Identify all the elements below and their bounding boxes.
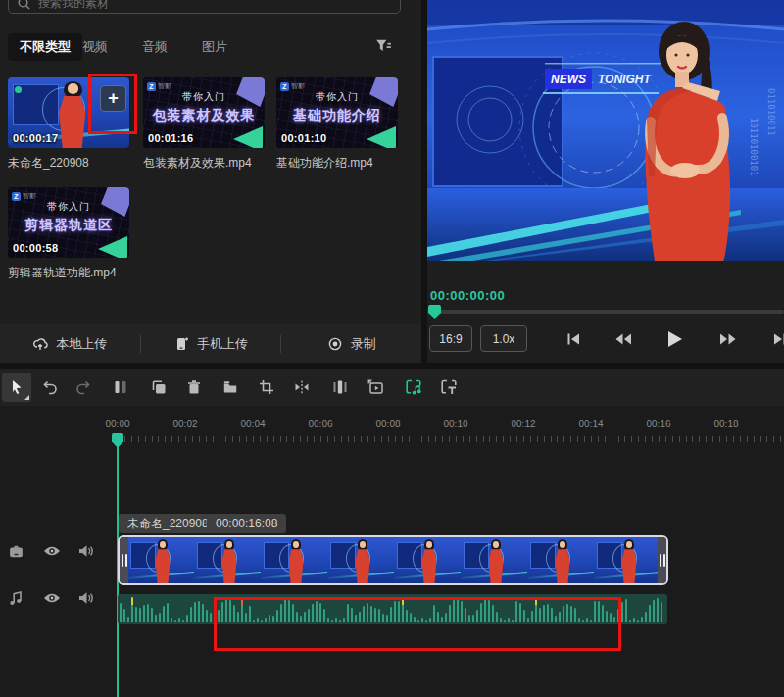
media-name-label: 未命名_220908 xyxy=(8,155,129,172)
waveform-bar xyxy=(135,607,137,622)
export-frame-button[interactable] xyxy=(361,373,390,402)
media-card[interactable]: Z智影带你入门剪辑器轨道区00:00:58剪辑器轨道功能.mp4 xyxy=(8,187,129,281)
waveform-bar xyxy=(300,616,302,622)
video-preview[interactable]: 10110100101 011010011 NEWS TONIGHT xyxy=(427,0,784,261)
media-card[interactable]: Z智影带你入门基础功能介绍00:01:10基础功能介绍.mp4 xyxy=(276,77,398,172)
waveform-bar xyxy=(488,600,490,622)
tab-image[interactable]: 图片 xyxy=(200,33,229,61)
playhead-handle[interactable] xyxy=(112,433,123,448)
music-note-icon[interactable] xyxy=(7,589,24,607)
add-to-timeline-button[interactable]: + xyxy=(100,85,126,112)
delete-button[interactable] xyxy=(179,373,209,402)
waveform-bar xyxy=(417,620,419,622)
preview-panel: 10110100101 011010011 NEWS TONIGHT xyxy=(427,0,784,363)
waveform-bar xyxy=(429,618,431,622)
studio-scene xyxy=(461,537,527,583)
filter-icon[interactable] xyxy=(374,37,394,57)
film-frame xyxy=(394,537,461,583)
crop-button[interactable] xyxy=(252,373,281,402)
edit-toolbar xyxy=(0,369,784,406)
mute-track-icon[interactable] xyxy=(76,589,94,607)
waveform-bar xyxy=(363,606,365,622)
phone-upload-button[interactable]: 手机上传 xyxy=(141,324,281,363)
video-editor-app: 不限类型 视频 音频 图片 +00:00:17未命名_220908Z智影带你入门… xyxy=(0,0,784,697)
tab-audio[interactable]: 音频 xyxy=(140,33,170,61)
mute-track-icon[interactable] xyxy=(76,542,94,560)
waveform-bar xyxy=(398,601,400,622)
svg-text:10110100101: 10110100101 xyxy=(749,118,759,176)
aspect-ratio-button[interactable]: 16:9 xyxy=(429,325,472,352)
trim-handle-right[interactable] xyxy=(658,537,666,583)
video-track-clip[interactable] xyxy=(118,535,668,585)
toggle-visibility-icon[interactable] xyxy=(43,542,61,560)
media-thumbnail[interactable]: Z智影带你入门基础功能介绍00:01:10 xyxy=(276,77,398,148)
duplicate-button[interactable] xyxy=(144,373,173,402)
media-card[interactable]: +00:00:17未命名_220908 xyxy=(8,77,129,172)
record-label: 录制 xyxy=(351,335,376,353)
local-upload-label: 本地上传 xyxy=(56,335,107,353)
media-thumbnail[interactable]: Z智影带你入门剪辑器轨道区00:00:58 xyxy=(8,187,129,258)
media-name-label: 基础功能介绍.mp4 xyxy=(276,155,398,172)
rewind-button[interactable] xyxy=(609,324,638,354)
search-input[interactable] xyxy=(38,0,392,11)
fast-forward-button[interactable] xyxy=(713,324,743,354)
waveform-bar xyxy=(265,618,267,622)
mirror-button[interactable] xyxy=(287,373,317,402)
local-upload-button[interactable]: 本地上传 xyxy=(0,324,140,363)
preview-playhead[interactable] xyxy=(428,305,441,319)
waveform-bar xyxy=(637,620,639,622)
playback-speed-button[interactable]: 1.0x xyxy=(480,325,527,352)
waveform-bar xyxy=(339,620,341,622)
skip-to-end-button[interactable] xyxy=(764,324,784,354)
audio-track-clip[interactable] xyxy=(118,594,667,624)
waveform-bar xyxy=(645,612,647,622)
redo-button[interactable] xyxy=(69,373,98,402)
waveform-bar xyxy=(582,620,584,622)
waveform-bar xyxy=(194,602,196,622)
tutorial-line2: 包装素材及效果 xyxy=(143,107,265,124)
waveform-bar xyxy=(649,605,651,622)
waveform-bar xyxy=(512,620,514,622)
toggle-visibility-icon[interactable] xyxy=(43,589,61,607)
waveform-bar xyxy=(131,597,133,622)
tutorial-line2: 基础功能介绍 xyxy=(276,107,398,124)
waveform-bar xyxy=(406,610,408,622)
waveform-bar xyxy=(535,597,537,622)
media-thumbnail[interactable]: +00:00:17 xyxy=(8,77,129,148)
waveform-bar xyxy=(629,620,631,622)
waveform-bar xyxy=(559,612,561,622)
tab-video[interactable]: 视频 xyxy=(80,33,110,61)
record-icon xyxy=(327,336,343,352)
play-button[interactable] xyxy=(660,324,689,354)
select-tool-button[interactable] xyxy=(2,373,31,402)
search-box[interactable] xyxy=(8,0,401,14)
badge-news: NEWS xyxy=(551,73,586,86)
preview-scrubber[interactable] xyxy=(427,310,784,314)
skip-to-start-button[interactable] xyxy=(559,324,588,354)
record-button[interactable]: 录制 xyxy=(281,324,421,363)
add-text-button[interactable] xyxy=(434,373,464,402)
waveform-bar xyxy=(523,610,525,622)
media-card[interactable]: Z智影带你入门包装素材及效果00:01:16包装素材及效果.mp4 xyxy=(143,77,265,172)
film-frame xyxy=(261,537,327,583)
waveform-bar xyxy=(151,608,153,622)
trim-handle-left[interactable] xyxy=(120,537,128,583)
split-tool-button[interactable] xyxy=(106,373,135,402)
extract-audio-button[interactable] xyxy=(399,373,428,402)
camera-icon[interactable] xyxy=(7,542,24,560)
waveform-bar xyxy=(621,602,623,622)
waveform-bar xyxy=(355,615,357,622)
waveform-bar xyxy=(269,615,270,622)
waveform-bar xyxy=(202,604,204,622)
freeze-frame-button[interactable] xyxy=(325,373,355,402)
tutorial-line1: 带你入门 xyxy=(143,90,265,104)
waveform-bar xyxy=(421,618,423,622)
tab-all-types[interactable]: 不限类型 xyxy=(8,33,82,61)
compound-clip-button[interactable] xyxy=(216,373,245,402)
media-thumbnail[interactable]: Z智影带你入门包装素材及效果00:01:16 xyxy=(143,77,265,148)
waveform-bar xyxy=(316,601,318,622)
waveform-bar xyxy=(653,600,655,622)
film-frame xyxy=(327,537,394,583)
undo-button[interactable] xyxy=(35,373,65,402)
waveform-bar xyxy=(233,605,235,622)
